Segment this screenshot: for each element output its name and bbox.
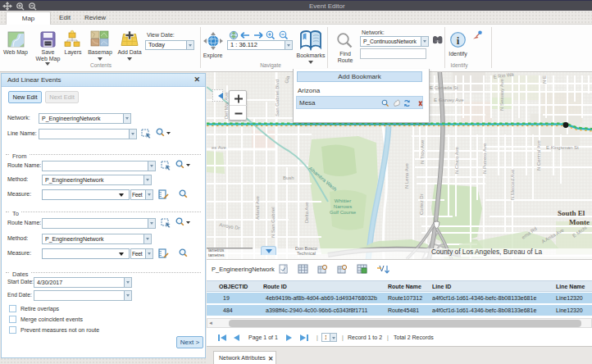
svg-text:Whittier: Whittier xyxy=(335,198,351,203)
svg-text:N E: N E xyxy=(542,75,547,84)
svg-text:N San Gabriel: N San Gabriel xyxy=(271,207,276,238)
svg-text:tametres: tametres xyxy=(208,253,225,257)
svg-text:County of Los Angeles, Bureau: County of Los Angeles, Bureau of La xyxy=(431,248,543,256)
svg-text:Cortez Dr: Cortez Dr xyxy=(419,193,424,215)
svg-text:Arland Ave: Arland Ave xyxy=(255,195,260,220)
svg-text:N Chico Ave: N Chico Ave xyxy=(454,146,459,174)
svg-text:E Cortada St: E Cortada St xyxy=(430,85,458,90)
svg-text:Bush: Bush xyxy=(283,175,294,180)
svg-text:i: i xyxy=(457,34,460,47)
svg-text:N Troy Ave: N Troy Ave xyxy=(420,139,425,164)
svg-text:Narrows: Narrows xyxy=(334,204,352,209)
svg-text:E Kingsman St: E Kingsman St xyxy=(546,145,579,150)
svg-text:N Lena Ave: N Lena Ave xyxy=(404,162,409,189)
svg-text:N Merced Ave: N Merced Ave xyxy=(510,169,515,200)
svg-text:Monte: Monte xyxy=(569,218,590,226)
svg-text:N Potrero Ave: N Potrero Ave xyxy=(482,143,487,174)
svg-text:N Seaway Ave: N Seaway Ave xyxy=(499,78,504,111)
svg-text:es Ave: es Ave xyxy=(212,145,227,150)
svg-text:Golf Course: Golf Course xyxy=(330,210,357,215)
svg-text:South El: South El xyxy=(558,209,585,217)
svg-text:E Garvey Ave: E Garvey Ave xyxy=(434,98,464,102)
svg-text:Technical: Technical xyxy=(297,251,316,256)
svg-text:San Gabriel Blvd: San Gabriel Blvd xyxy=(275,80,280,116)
svg-text:N Central Ave: N Central Ave xyxy=(536,139,541,171)
svg-text:Delta Ave: Delta Ave xyxy=(304,202,309,223)
